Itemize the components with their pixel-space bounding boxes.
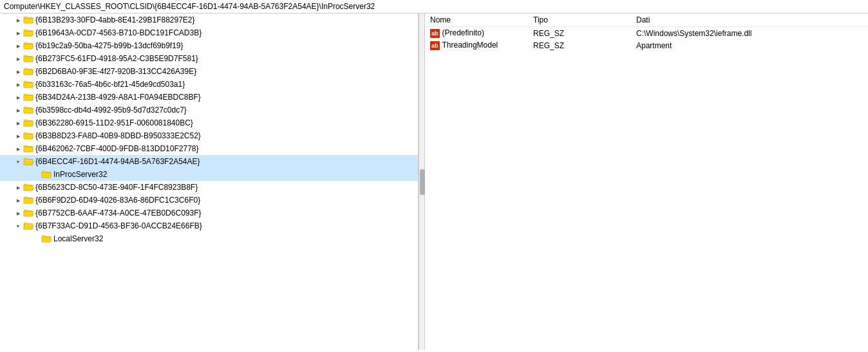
scroll-thumb[interactable] bbox=[420, 169, 425, 195]
tree-item-label: {6B5623CD-8C50-473E-940F-1F4FC8923B8F} bbox=[35, 183, 198, 192]
chevron-icon[interactable] bbox=[13, 66, 23, 77]
tree-item-label: {6B4ECC4F-16D1-4474-94AB-5A763F2A54AE} bbox=[35, 157, 200, 166]
chevron-icon[interactable] bbox=[13, 92, 23, 102]
registry-data-cell: Apartment bbox=[631, 39, 868, 51]
chevron-icon[interactable] bbox=[13, 182, 23, 192]
folder-icon bbox=[23, 92, 33, 102]
address-bar: Computer\HKEY_CLASSES_ROOT\CLSID\{6B4ECC… bbox=[0, 0, 868, 14]
tree-item-label: {6B34D24A-213B-4929-A8A1-F0A94EBDC8BF} bbox=[35, 93, 201, 102]
chevron-icon[interactable] bbox=[31, 169, 41, 180]
tree-item-label: {6B7F33AC-D91D-4563-BF36-0ACCB24E66FB} bbox=[35, 221, 202, 230]
tree-item-label: {6B273FC5-61FD-4918-95A2-C3B5E9D7F581} bbox=[35, 54, 198, 63]
folder-icon bbox=[23, 118, 33, 128]
folder-icon bbox=[23, 41, 33, 51]
chevron-icon[interactable] bbox=[13, 28, 23, 38]
ab-icon: ab bbox=[430, 41, 440, 50]
tree-item-label: LocalServer32 bbox=[53, 234, 103, 243]
chevron-icon[interactable] bbox=[13, 79, 23, 89]
tree-item[interactable]: {6B7F33AC-D91D-4563-BF36-0ACCB24E66FB} bbox=[0, 219, 418, 232]
registry-table: Nome Tipo Dati ab(Predefinito)REG_SZC:\W… bbox=[425, 14, 868, 51]
tree-item-label: {6b19c2a9-50ba-4275-b99b-13dcf69b9f19} bbox=[35, 41, 184, 50]
tree-item-label: {6B2D6BA0-9F3E-4f27-920B-313CC426A39E} bbox=[35, 67, 196, 76]
folder-icon bbox=[23, 79, 33, 89]
tree-item[interactable]: {6B34D24A-213B-4929-A8A1-F0A94EBDC8BF} bbox=[0, 91, 418, 104]
folder-icon bbox=[23, 208, 33, 218]
folder-icon bbox=[41, 234, 52, 244]
chevron-icon[interactable] bbox=[13, 208, 23, 218]
registry-name: (Predefinito) bbox=[442, 28, 484, 37]
tree-item-label: {6b3598cc-db4d-4992-95b9-5d7d327c0dc7} bbox=[35, 106, 187, 115]
chevron-icon[interactable] bbox=[31, 234, 41, 244]
tree-item-label: {6B3B8D23-FA8D-40B9-8DBD-B950333E2C52} bbox=[35, 131, 201, 140]
folder-icon bbox=[23, 182, 33, 192]
folder-icon bbox=[23, 131, 33, 141]
tree-item[interactable]: {6B19643A-0CD7-4563-B710-BDC191FCAD3B} bbox=[0, 26, 418, 39]
registry-name-cell: ab(Predefinito) bbox=[425, 27, 528, 40]
tree-item[interactable]: {6b33163c-76a5-4b6c-bf21-45de9cd503a1} bbox=[0, 78, 418, 91]
table-row[interactable]: abThreadingModelREG_SZApartment bbox=[425, 39, 868, 51]
folder-icon bbox=[23, 53, 33, 64]
folder-icon bbox=[23, 66, 33, 77]
tree-item[interactable]: {6B6F9D2D-6D49-4026-83A6-86DFC1C3C6F0} bbox=[0, 194, 418, 207]
col-header-name: Nome bbox=[425, 14, 528, 27]
tree-item[interactable]: {6b19c2a9-50ba-4275-b99b-13dcf69b9f19} bbox=[0, 39, 418, 52]
tree-item-label: {6B362280-6915-11D2-951F-0060081840BC} bbox=[35, 118, 193, 127]
folder-icon bbox=[41, 169, 52, 180]
tree-item-label: {6B13B293-30FD-4abb-8E41-29B1F88297E2} bbox=[35, 15, 195, 24]
chevron-icon[interactable] bbox=[13, 15, 23, 25]
folder-icon bbox=[23, 156, 33, 167]
tree-item-label: {6B19643A-0CD7-4563-B710-BDC191FCAD3B} bbox=[35, 28, 202, 37]
tree-item[interactable]: {6B2D6BA0-9F3E-4f27-920B-313CC426A39E} bbox=[0, 65, 418, 78]
chevron-icon[interactable] bbox=[13, 53, 23, 64]
chevron-icon[interactable] bbox=[13, 131, 23, 141]
tree-item-label: {6B6F9D2D-6D49-4026-83A6-86DFC1C3C6F0} bbox=[35, 196, 200, 205]
tree-item[interactable]: {6B362280-6915-11D2-951F-0060081840BC} bbox=[0, 116, 418, 129]
chevron-icon[interactable] bbox=[13, 105, 23, 115]
folder-icon bbox=[23, 28, 33, 38]
tree-item[interactable]: {6b3598cc-db4d-4992-95b9-5d7d327c0dc7} bbox=[0, 104, 418, 116]
folder-icon bbox=[23, 195, 33, 205]
chevron-icon[interactable] bbox=[13, 41, 23, 51]
chevron-icon[interactable] bbox=[13, 144, 23, 154]
col-header-data: Dati bbox=[631, 14, 868, 27]
tree-item-label: InProcServer32 bbox=[53, 170, 107, 179]
tree-item-label: {6b33163c-76a5-4b6c-bf21-45de9cd503a1} bbox=[35, 80, 185, 89]
chevron-icon[interactable] bbox=[13, 118, 23, 128]
tree-item[interactable]: {6B7752CB-6AAF-4734-A0CE-47EB0D6C093F} bbox=[0, 207, 418, 219]
registry-type-cell: REG_SZ bbox=[528, 27, 631, 40]
col-header-type: Tipo bbox=[528, 14, 631, 27]
address-path: Computer\HKEY_CLASSES_ROOT\CLSID\{6B4ECC… bbox=[4, 2, 375, 11]
chevron-icon[interactable] bbox=[13, 195, 23, 205]
folder-icon bbox=[23, 221, 33, 231]
tree-item[interactable]: {6B13B293-30FD-4abb-8E41-29B1F88297E2} bbox=[0, 14, 418, 26]
registry-data-cell: C:\Windows\System32\ieframe.dll bbox=[631, 27, 868, 40]
folder-icon bbox=[23, 144, 33, 154]
right-pane: Nome Tipo Dati ab(Predefinito)REG_SZC:\W… bbox=[425, 14, 868, 350]
registry-name-cell: abThreadingModel bbox=[425, 39, 528, 51]
folder-icon bbox=[23, 15, 33, 25]
tree-item[interactable]: InProcServer32 bbox=[0, 168, 418, 181]
tree-item-label: {6B7752CB-6AAF-4734-A0CE-47EB0D6C093F} bbox=[35, 208, 201, 218]
folder-icon bbox=[23, 105, 33, 115]
scroll-divider[interactable] bbox=[419, 14, 425, 350]
tree-item-label: {6B462062-7CBF-400D-9FDB-813DD10F2778} bbox=[35, 144, 198, 153]
registry-name: ThreadingModel bbox=[442, 41, 498, 50]
tree-item[interactable]: {6B5623CD-8C50-473E-940F-1F4FC8923B8F} bbox=[0, 181, 418, 194]
chevron-icon[interactable] bbox=[13, 156, 23, 167]
chevron-icon[interactable] bbox=[13, 221, 23, 231]
tree-item[interactable]: {6B273FC5-61FD-4918-95A2-C3B5E9D7F581} bbox=[0, 52, 418, 65]
tree-item[interactable]: LocalServer32 bbox=[0, 232, 418, 245]
tree-item[interactable]: {6B3B8D23-FA8D-40B9-8DBD-B950333E2C52} bbox=[0, 129, 418, 142]
tree-pane[interactable]: {6B13B293-30FD-4abb-8E41-29B1F88297E2} {… bbox=[0, 14, 419, 350]
tree-item[interactable]: {6B462062-7CBF-400D-9FDB-813DD10F2778} bbox=[0, 142, 418, 155]
registry-type-cell: REG_SZ bbox=[528, 39, 631, 51]
ab-icon: ab bbox=[430, 29, 440, 38]
tree-item[interactable]: {6B4ECC4F-16D1-4474-94AB-5A763F2A54AE} bbox=[0, 155, 418, 168]
table-row[interactable]: ab(Predefinito)REG_SZC:\Windows\System32… bbox=[425, 27, 868, 40]
